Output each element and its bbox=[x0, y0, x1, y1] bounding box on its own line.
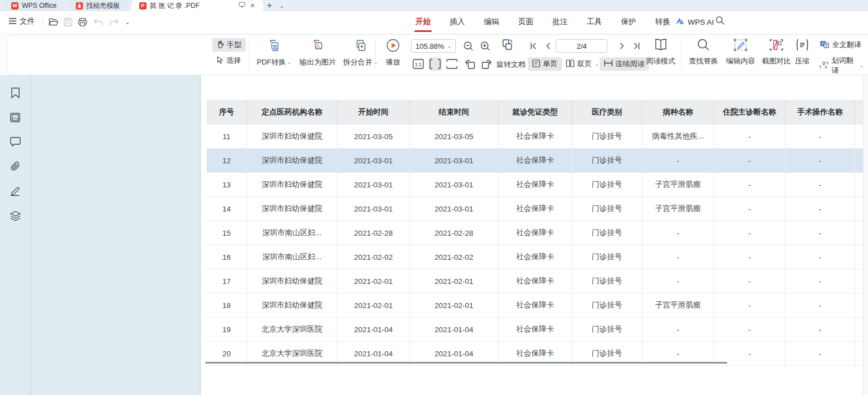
prev-page-icon[interactable] bbox=[541, 39, 555, 53]
table-cell: 深圳市南山区妇... bbox=[247, 245, 337, 269]
table-row[interactable]: 17深圳市妇幼保健院2021-02-012021-02-01社会保障卡门诊挂号-… bbox=[207, 269, 864, 293]
menu-tab-5[interactable]: 工具 bbox=[586, 11, 603, 33]
table-row[interactable]: 15深圳市南山区妇...2021-02-282021-02-28社会保障卡门诊挂… bbox=[207, 221, 864, 245]
medical-records-table: 序号定点医药机构名称开始时间结束时间就诊凭证类型医疗类别病种名称住院主诊断名称手… bbox=[207, 100, 864, 366]
menu-tab-3[interactable]: 页面 bbox=[517, 11, 534, 33]
more-actions-chevron-icon[interactable]: ⌄ bbox=[121, 16, 134, 28]
table-header-cell: 就诊凭证类型 bbox=[499, 100, 572, 125]
rotate-doc-button[interactable]: 旋转文档 bbox=[496, 59, 526, 70]
hand-tool-button[interactable]: 手型 bbox=[212, 38, 246, 52]
table-cell: 12 bbox=[207, 149, 247, 173]
tab-document-pdf[interactable]: P 就 医 记 录 .PDF ✕ bbox=[131, 0, 263, 11]
continuous-read-label: 连续阅读 bbox=[615, 59, 645, 69]
left-icon-strip bbox=[0, 75, 31, 395]
table-cell: 2021-02-01 bbox=[410, 269, 499, 293]
comment-icon[interactable] bbox=[10, 137, 21, 149]
fit-width-button[interactable] bbox=[428, 57, 442, 71]
next-page-icon[interactable] bbox=[615, 39, 629, 53]
zoom-out-icon[interactable] bbox=[462, 39, 475, 53]
full-translate-button[interactable]: A文 全文翻译 bbox=[815, 38, 868, 52]
select-tool-button[interactable]: 选择 bbox=[212, 54, 246, 67]
tab-list-chevron-icon[interactable]: ⌄ bbox=[276, 0, 288, 11]
single-page-icon bbox=[532, 59, 540, 69]
double-page-button[interactable]: 双页 ⌄ bbox=[561, 57, 604, 71]
menu-tab-1[interactable]: 插入 bbox=[449, 11, 466, 33]
table-row[interactable]: 18深圳市妇幼保健院2021-02-012021-02-01社会保障卡门诊挂号子… bbox=[207, 293, 864, 318]
file-menu-button[interactable]: 文件 bbox=[9, 16, 35, 26]
play-button[interactable]: 播放 bbox=[380, 38, 406, 67]
rotate-right-icon[interactable] bbox=[480, 57, 494, 71]
menu-search-icon[interactable] bbox=[715, 16, 725, 27]
navigation-panel[interactable] bbox=[31, 75, 200, 395]
zoom-in-icon[interactable] bbox=[478, 39, 492, 53]
table-cell: - bbox=[714, 197, 785, 221]
new-tab-button[interactable]: + bbox=[263, 0, 276, 11]
table-cell: 子宫平滑肌瘤 bbox=[642, 293, 714, 318]
table-cell: 16 bbox=[207, 245, 247, 269]
table-row[interactable]: 14深圳市妇幼保健院2021-03-012021-03-01社会保障卡门诊挂号子… bbox=[207, 197, 864, 221]
window-tab-bar: W WPS Office 找稿壳模板 P 就 医 记 录 .PDF ✕ + ⌄ bbox=[0, 0, 868, 11]
screenshot-compare-button[interactable]: 截图对比 bbox=[759, 38, 794, 66]
wps-ai-button[interactable]: WPS AI bbox=[675, 11, 714, 33]
continuous-read-button[interactable]: 连续阅读 bbox=[600, 57, 649, 71]
actual-size-button[interactable]: 1:1 bbox=[412, 57, 425, 71]
undo-icon[interactable] bbox=[92, 16, 104, 28]
split-merge-button[interactable]: 拆分合并⌄ bbox=[341, 38, 380, 67]
table-cell: 2021-03-01 bbox=[410, 149, 499, 173]
bookmark-icon[interactable] bbox=[11, 88, 20, 100]
table-cell: 社会保障卡 bbox=[499, 293, 572, 318]
signature-pen-icon[interactable] bbox=[10, 186, 20, 199]
tab-wps-office[interactable]: W WPS Office bbox=[3, 0, 65, 11]
redo-icon[interactable] bbox=[108, 16, 120, 28]
fit-page-button[interactable] bbox=[445, 57, 459, 71]
table-cell: 深圳市妇幼保健院 bbox=[247, 125, 337, 149]
cursor-icon bbox=[217, 56, 223, 65]
last-page-icon[interactable] bbox=[630, 39, 643, 53]
split-merge-label: 拆分合并 bbox=[343, 57, 372, 67]
table-cell: - bbox=[642, 269, 714, 293]
menu-tab-6[interactable]: 保护 bbox=[620, 11, 637, 33]
table-cell: 子宫平滑肌瘤 bbox=[642, 173, 714, 197]
table-row[interactable]: 12深圳市妇幼保健院2021-03-012021-03-01社会保障卡门诊挂号-… bbox=[207, 149, 864, 173]
rotate-doc-label: 旋转文档 bbox=[496, 59, 526, 70]
find-replace-button[interactable]: 查找替换 bbox=[686, 38, 721, 66]
table-row[interactable]: 13深圳市妇幼保健院2021-03-012021-03-01社会保障卡门诊挂号子… bbox=[207, 173, 864, 197]
table-row[interactable]: 19北京大学深圳医院2021-01-042021-01-04社会保障卡门诊挂号-… bbox=[207, 318, 864, 342]
pdf-page: 序号定点医药机构名称开始时间结束时间就诊凭证类型医疗类别病种名称住院主诊断名称手… bbox=[201, 75, 868, 395]
table-row[interactable]: 11深圳市妇幼保健院2021-03-052021-03-05社会保障卡门诊挂号病… bbox=[207, 125, 864, 149]
compress-button[interactable]: 压缩 bbox=[791, 38, 814, 66]
thumbnail-icon[interactable] bbox=[10, 113, 20, 125]
first-page-icon[interactable] bbox=[527, 39, 540, 53]
open-file-icon[interactable] bbox=[47, 16, 60, 28]
pdf-convert-button[interactable]: W PDF转换⌄ bbox=[254, 38, 294, 67]
layers-icon[interactable] bbox=[10, 211, 21, 223]
print-icon[interactable] bbox=[76, 16, 89, 28]
menu-tab-0[interactable]: 开始 bbox=[414, 11, 432, 33]
vertical-scrollbar[interactable] bbox=[863, 75, 868, 395]
tab-label: 就 医 记 录 .PDF bbox=[150, 1, 235, 11]
zoom-level-select[interactable]: 105.88% ⌄ bbox=[411, 39, 456, 53]
table-cell: - bbox=[714, 293, 785, 318]
single-page-button[interactable]: 单页 bbox=[528, 57, 562, 71]
docer-icon bbox=[76, 2, 83, 10]
rotate-left-icon[interactable] bbox=[463, 57, 477, 71]
rotate-pages-icon[interactable] bbox=[501, 38, 514, 52]
menu-tab-7[interactable]: 转换 bbox=[654, 11, 671, 33]
attachment-icon[interactable] bbox=[10, 161, 21, 173]
close-tab-icon[interactable]: ✕ bbox=[250, 2, 255, 10]
read-mode-button[interactable]: 阅读模式 bbox=[645, 38, 677, 66]
screen-mode-icon[interactable] bbox=[239, 2, 245, 10]
tab-docer-template[interactable]: 找稿壳模板 bbox=[68, 0, 128, 11]
edit-content-button[interactable]: 编辑内容 bbox=[723, 38, 758, 66]
menu-tab-4[interactable]: 批注 bbox=[551, 11, 569, 33]
table-cell: 社会保障卡 bbox=[499, 269, 572, 293]
page-number-input[interactable]: 2/4 bbox=[556, 39, 607, 53]
svg-text:W: W bbox=[273, 44, 277, 49]
pdf-file-icon: P bbox=[139, 2, 147, 10]
save-icon[interactable] bbox=[62, 16, 74, 28]
table-row[interactable]: 16深圳市南山区妇...2021-02-022021-02-02社会保障卡门诊挂… bbox=[207, 245, 864, 269]
word-translate-button[interactable]: 字A 划词翻译 ⌄ bbox=[815, 54, 868, 77]
menu-tab-2[interactable]: 编辑 bbox=[483, 11, 500, 33]
export-image-button[interactable]: 输出为图片 bbox=[296, 38, 339, 67]
table-cell: 深圳市妇幼保健院 bbox=[247, 173, 337, 197]
